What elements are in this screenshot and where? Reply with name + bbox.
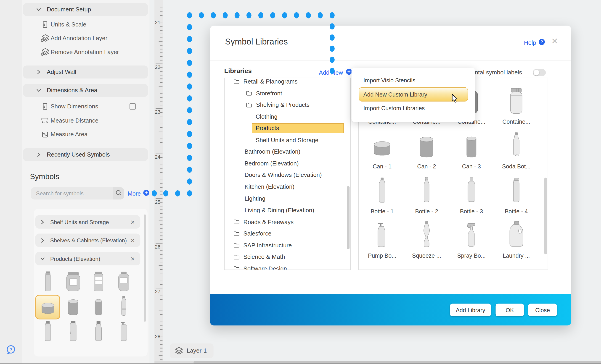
tree-item-label: Shelving & Products xyxy=(256,102,310,108)
help-bubble-icon[interactable]: ? xyxy=(6,345,16,356)
ruler-tick xyxy=(160,75,163,75)
product-symbol-water-bottle[interactable] xyxy=(111,295,136,319)
library-symbol-pump-bo-[interactable]: Pump Bo... xyxy=(361,216,404,259)
marquee-dot xyxy=(187,36,192,42)
tree-item-science-math[interactable]: Science & Math xyxy=(225,252,350,262)
ruler-tick xyxy=(160,101,163,102)
marquee-dot xyxy=(175,190,180,196)
tree-item-kitchen-elevation-[interactable]: Kitchen (Elevation) xyxy=(225,182,350,192)
library-symbol-bottle-4[interactable]: Bottle - 4 xyxy=(495,172,538,215)
library-symbol-can-3[interactable]: Can - 3 xyxy=(450,127,493,170)
library-symbol-spray-bo-[interactable]: Spray Bo... xyxy=(450,216,493,259)
tree-item-living-dining-elevation-[interactable]: Living & Dining (Elevation) xyxy=(225,205,350,215)
more-symbols-link[interactable]: More xyxy=(128,190,150,198)
product-symbol-shampoo-bottle[interactable] xyxy=(60,320,85,344)
tree-item-clothing[interactable]: Clothing xyxy=(225,112,350,121)
symbol-group-shelf-units-and-storage[interactable]: Shelf Units and Storage✕ xyxy=(35,215,140,229)
library-symbol-squeeze-[interactable]: Squeeze ... xyxy=(405,216,448,259)
product-symbol-tube-bottle[interactable] xyxy=(35,270,60,294)
tree-item-shelf-units-and-storage[interactable]: Shelf Units and Storage xyxy=(225,135,350,145)
close-icon[interactable]: ✕ xyxy=(551,36,558,46)
tree-item-retail-planograms[interactable]: Retail & Planograms xyxy=(225,78,350,86)
product-symbol-can-tall[interactable] xyxy=(60,295,85,319)
remove-group-icon[interactable]: ✕ xyxy=(130,219,135,225)
sidebar-item-units-scale[interactable]: Units & Scale xyxy=(23,18,148,31)
ruler-tick xyxy=(159,41,163,42)
sidebar-section-document-setup[interactable]: Document Setup xyxy=(23,3,148,16)
more-label: More xyxy=(128,190,141,197)
chevron-down-icon xyxy=(36,88,41,93)
library-symbol-bottle-3[interactable]: Bottle - 3 xyxy=(450,172,493,215)
sidebar-item-measure-distance[interactable]: Measure Distance xyxy=(23,114,148,127)
marquee-dot xyxy=(234,12,239,19)
tree-item-sap-infrastructure[interactable]: SAP Infrastructure xyxy=(225,240,350,250)
group-label: Products (Elevation) xyxy=(50,256,130,262)
tree-item-doors-windows-elevation-[interactable]: Doors & Windows (Elevation) xyxy=(225,170,350,180)
symbol-labels-toggle[interactable] xyxy=(533,69,546,76)
remove-group-icon[interactable]: ✕ xyxy=(130,256,135,262)
layer-tab[interactable]: Layer-1 xyxy=(170,344,213,358)
ruler-tick xyxy=(159,86,163,86)
symbol-search-input[interactable] xyxy=(30,187,113,200)
tree-item-shelving-products[interactable]: Shelving & Products xyxy=(225,100,350,110)
help-link[interactable]: Help ? xyxy=(524,38,545,47)
symbol-label: Can - 2 xyxy=(405,163,448,170)
preview-scrollbar-thumb[interactable] xyxy=(544,178,547,254)
product-symbol-shoulder-bottle[interactable] xyxy=(86,320,111,344)
sidebar-section-dimensions-area[interactable]: Dimensions & Area xyxy=(23,84,148,97)
marquee-dot xyxy=(329,68,334,74)
sidebar-item-measure-area[interactable]: Measure Area xyxy=(23,128,148,141)
library-symbol-can-1[interactable]: Can - 1 xyxy=(361,127,404,170)
library-symbol-bottle-1[interactable]: Bottle - 1 xyxy=(361,172,404,215)
ruler-number: 21 xyxy=(155,20,160,25)
library-symbol-can-2[interactable]: Can - 2 xyxy=(405,127,448,170)
product-symbol-can-slim[interactable] xyxy=(86,295,111,319)
tree-item-bathroom-elevation-[interactable]: Bathroom (Elevation) xyxy=(225,147,350,157)
close-button[interactable]: Close xyxy=(528,304,557,316)
add-new-link[interactable]: Add New xyxy=(319,68,352,77)
tree-item-roads-freeways[interactable]: Roads & Freeways xyxy=(225,217,350,227)
show-dimensions-checkbox[interactable] xyxy=(130,103,136,110)
ok-button[interactable]: OK xyxy=(496,304,524,316)
group-label: Shelves & Cabinets (Elevation) xyxy=(50,237,130,243)
ruler-tick xyxy=(160,164,163,165)
search-button[interactable] xyxy=(113,187,124,200)
menu-item-add-new-custom-library[interactable]: Add New Custom Library xyxy=(363,91,427,98)
marquee-dot xyxy=(199,12,204,19)
tree-item-products[interactable]: Products xyxy=(225,124,350,133)
sidebar-item-add-annotation-layer[interactable]: Add Annotation Layer xyxy=(23,31,148,45)
menu-item-import-custom-libraries[interactable]: Import Custom Libraries xyxy=(363,105,425,111)
symbol-group-shelves-cabinets-elevation-[interactable]: Shelves & Cabinets (Elevation)✕ xyxy=(35,234,140,247)
product-symbol-round-jar[interactable] xyxy=(111,270,136,294)
product-symbol-can-low[interactable] xyxy=(35,295,60,319)
marquee-dot xyxy=(187,72,192,78)
symbol-card-scrollbar[interactable] xyxy=(144,214,146,322)
tree-item-salesforce[interactable]: Salesforce xyxy=(225,229,350,239)
tree-scrollbar-thumb[interactable] xyxy=(347,186,350,249)
sidebar-item-show-dimensions[interactable]: Show Dimensions xyxy=(23,99,148,113)
chevron-right-icon xyxy=(40,238,45,243)
tree-item-lighting[interactable]: Lighting xyxy=(225,194,350,203)
product-symbol-wide-jar[interactable] xyxy=(60,270,85,294)
tree-item-storefront[interactable]: Storefront xyxy=(225,88,350,98)
sidebar-section-adjust-wall[interactable]: Adjust Wall xyxy=(23,66,148,78)
symbol-group-products-elevation-[interactable]: Products (Elevation)✕ xyxy=(35,252,140,265)
product-symbol-pump-dispenser[interactable] xyxy=(111,320,136,344)
library-symbol-containe-[interactable]: Containe... xyxy=(495,82,538,125)
dialog-footer: Add LibraryOKClose xyxy=(210,294,571,326)
add-library-button[interactable]: Add Library xyxy=(450,304,491,316)
marquee-dot xyxy=(187,48,192,54)
library-symbol-soda-bot-[interactable]: Soda Bot... xyxy=(495,127,538,170)
ruler-tick xyxy=(160,239,163,240)
sidebar-section-recently-used-symbols[interactable]: Recently Used Symbols xyxy=(23,148,148,161)
tree-item-bedroom-elevation-[interactable]: Bedroom (Elevation) xyxy=(225,159,350,168)
menu-item-import-visio-stencils[interactable]: Import Visio Stencils xyxy=(363,77,416,84)
remove-group-icon[interactable]: ✕ xyxy=(130,237,135,243)
marquee-dot xyxy=(318,12,322,19)
product-symbol-labeled-jar[interactable] xyxy=(86,270,111,294)
library-symbol-bottle-2[interactable]: Bottle - 2 xyxy=(405,172,448,215)
sidebar-item-remove-annotation-layer[interactable]: Remove Annotation Layer xyxy=(23,45,148,59)
tree-item-software-design[interactable]: Software Design xyxy=(225,264,350,270)
library-symbol-laundry-[interactable]: Laundry ... xyxy=(495,216,538,259)
product-symbol-flip-cap-bottle[interactable] xyxy=(35,320,60,344)
